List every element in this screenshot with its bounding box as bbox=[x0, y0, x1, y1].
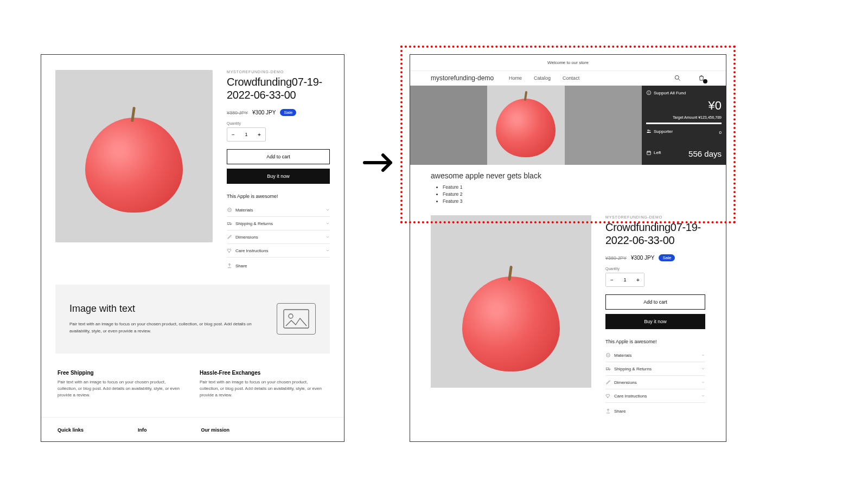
qty-plus-button[interactable]: + bbox=[632, 273, 644, 286]
svg-rect-12 bbox=[647, 151, 651, 155]
ruler-icon bbox=[227, 234, 232, 240]
truck-icon bbox=[227, 221, 232, 226]
product-title: Crowdfunding07-19-2022-06-33-00 bbox=[605, 221, 705, 247]
accordion-care[interactable]: Care Instructions bbox=[227, 244, 330, 258]
svg-rect-4 bbox=[284, 310, 309, 328]
accordion-label: Materials bbox=[235, 208, 253, 213]
share-label: Share bbox=[235, 264, 247, 268]
info-icon bbox=[646, 90, 652, 95]
price: ¥300 JPY bbox=[631, 255, 654, 261]
cart-badge bbox=[703, 79, 707, 84]
chevron-down-icon bbox=[701, 394, 705, 398]
svg-point-15 bbox=[607, 369, 607, 370]
product-title: Crowdfunding07-19-2022-06-33-00 bbox=[227, 75, 330, 101]
materials-icon bbox=[605, 352, 611, 358]
buy-now-button[interactable]: Buy it now bbox=[227, 169, 330, 184]
sale-badge: Sale bbox=[659, 254, 675, 261]
accordion-label: Shipping & Returns bbox=[235, 221, 273, 226]
accordion-dimensions[interactable]: Dimensions bbox=[227, 230, 330, 244]
heart-icon bbox=[605, 393, 611, 399]
funding-amount: ¥0 bbox=[646, 99, 722, 113]
price-compare: ¥380 JPY bbox=[227, 110, 248, 115]
image-placeholder-icon bbox=[277, 303, 316, 335]
qty-minus-button[interactable]: − bbox=[227, 128, 239, 141]
accordion-label: Care Instructions bbox=[614, 394, 647, 399]
svg-rect-9 bbox=[649, 93, 649, 94]
accordion-shipping[interactable]: Shipping & Returns bbox=[605, 362, 705, 376]
chevron-down-icon bbox=[701, 380, 705, 384]
chevron-down-icon bbox=[701, 367, 705, 371]
accordion-dimensions[interactable]: Dimensions bbox=[605, 376, 705, 389]
svg-point-11 bbox=[649, 130, 650, 131]
accordion-shipping[interactable]: Shipping & Returns bbox=[227, 217, 330, 230]
product-description: This Apple is awesome! bbox=[227, 194, 330, 199]
feature-heading: Free Shipping bbox=[58, 370, 186, 376]
chevron-down-icon bbox=[701, 353, 705, 357]
arrow-right-icon bbox=[355, 141, 401, 184]
nav-catalog[interactable]: Catalog bbox=[534, 75, 551, 81]
share-icon bbox=[605, 408, 611, 414]
svg-rect-1 bbox=[227, 222, 230, 224]
chevron-down-icon bbox=[326, 248, 330, 253]
people-icon bbox=[646, 129, 652, 134]
price: ¥300 JPY bbox=[252, 110, 276, 115]
chevron-down-icon bbox=[326, 221, 330, 226]
footer-heading: Info bbox=[138, 427, 147, 433]
quantity-label: Quantity bbox=[227, 121, 330, 125]
svg-rect-14 bbox=[606, 368, 609, 369]
image-with-text-section: Image with text Pair text with an image … bbox=[55, 285, 330, 354]
footer-heading: Quick links bbox=[58, 427, 84, 433]
feature-body: Pair text with an image to focus on your… bbox=[200, 379, 328, 399]
accordion-care[interactable]: Care Instructions bbox=[605, 389, 705, 403]
chevron-down-icon bbox=[326, 235, 330, 239]
buy-now-button[interactable]: Buy it now bbox=[605, 314, 705, 329]
accordion-materials[interactable]: Materials bbox=[605, 349, 705, 362]
supporter-label: Supporter bbox=[654, 129, 673, 134]
search-icon[interactable] bbox=[674, 74, 681, 82]
funding-target: Target Amount ¥123,456,789 bbox=[646, 115, 722, 119]
hero-slide-prev bbox=[410, 86, 487, 165]
add-to-cart-button[interactable]: Add to cart bbox=[227, 149, 330, 164]
before-store-panel: MYSTOREFUNDING-DEMO Crowdfunding07-19-20… bbox=[41, 54, 344, 442]
chevron-down-icon bbox=[326, 208, 330, 212]
heart-icon bbox=[227, 248, 232, 253]
quantity-stepper[interactable]: − 1 + bbox=[605, 273, 644, 287]
share-icon bbox=[227, 263, 232, 268]
share-button[interactable]: Share bbox=[227, 263, 330, 268]
share-button[interactable]: Share bbox=[605, 408, 705, 414]
supporter-count: 0 bbox=[719, 130, 722, 135]
svg-point-10 bbox=[648, 130, 649, 131]
svg-point-8 bbox=[649, 92, 649, 92]
accordion-label: Dimensions bbox=[235, 235, 258, 240]
quantity-label: Quantity bbox=[605, 267, 705, 271]
qty-minus-button[interactable]: − bbox=[606, 273, 618, 286]
after-store-panel: Welcome to our store mystorefunding-demo… bbox=[410, 54, 726, 442]
quantity-stepper[interactable]: − 1 + bbox=[227, 127, 266, 142]
nav-home[interactable]: Home bbox=[509, 75, 522, 81]
nav-contact[interactable]: Contact bbox=[563, 75, 579, 81]
svg-point-5 bbox=[289, 314, 293, 318]
hero-tagline: awesome apple never gets black bbox=[410, 165, 726, 184]
accordion-label: Dimensions bbox=[614, 380, 637, 385]
svg-point-3 bbox=[230, 224, 231, 224]
product-image bbox=[55, 70, 213, 242]
crowdfunding-hero: Support All Fund ¥0 Target Amount ¥123,4… bbox=[410, 86, 726, 165]
cart-icon[interactable] bbox=[698, 74, 705, 82]
svg-point-16 bbox=[609, 369, 609, 370]
vendor-label: MYSTOREFUNDING-DEMO bbox=[605, 215, 705, 219]
feature-item: Feature 2 bbox=[443, 191, 693, 197]
support-label: Support All Fund bbox=[654, 91, 686, 95]
svg-point-2 bbox=[228, 224, 228, 224]
qty-plus-button[interactable]: + bbox=[253, 128, 265, 141]
price-compare: ¥380 JPY bbox=[605, 255, 627, 261]
qty-value: 1 bbox=[245, 132, 247, 137]
days-left: 556 days bbox=[688, 149, 722, 158]
store-brand[interactable]: mystorefunding-demo bbox=[431, 74, 494, 82]
footer-heading: Our mission bbox=[201, 427, 230, 433]
add-to-cart-button[interactable]: Add to cart bbox=[605, 294, 705, 310]
accordion-label: Shipping & Returns bbox=[614, 367, 652, 371]
qty-value: 1 bbox=[623, 277, 626, 282]
product-description: This Apple is awesome! bbox=[605, 339, 705, 344]
materials-icon bbox=[227, 207, 232, 213]
accordion-materials[interactable]: Materials bbox=[227, 203, 330, 217]
